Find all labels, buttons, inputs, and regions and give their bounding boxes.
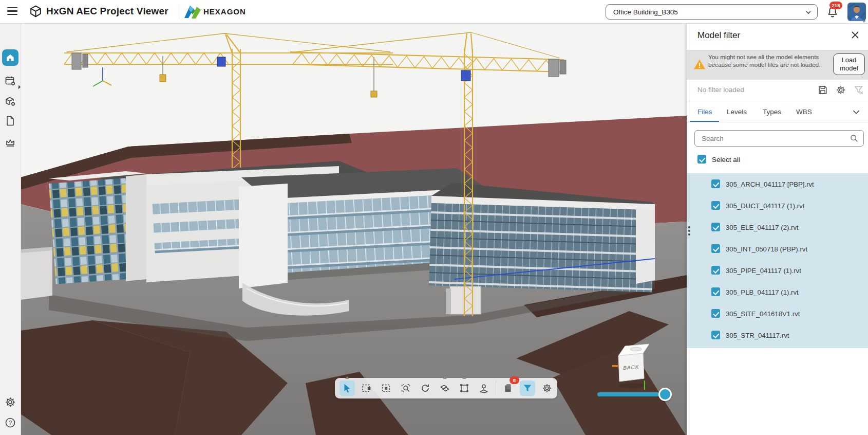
rubber-band-select-button[interactable] [359, 380, 374, 396]
select-all-label: Select all [712, 156, 740, 164]
warning-text: You might not see all the model elements… [708, 53, 825, 69]
flyout-caret-icon [345, 376, 349, 379]
divider [179, 4, 179, 19]
file-checkbox[interactable] [711, 266, 720, 275]
close-icon[interactable] [849, 29, 861, 41]
file-row[interactable]: 305_INT_050718 (PBP).rvt [687, 238, 868, 260]
model-filter-button[interactable] [520, 380, 535, 396]
search-input[interactable] [701, 132, 846, 146]
tabs-expand-chevron-icon[interactable] [851, 106, 862, 118]
zoom-window-button[interactable] [398, 380, 413, 396]
warning-icon [693, 59, 706, 70]
project-selector[interactable]: Office Building_B305 [606, 4, 818, 20]
file-name: 305_PLB_041117 (1).rvt [726, 288, 799, 296]
tab-types[interactable]: Types [763, 108, 781, 116]
search-box [694, 130, 864, 147]
file-checkbox[interactable] [711, 223, 720, 231]
hamburger-menu-icon[interactable] [7, 7, 17, 15]
zoom-slider-track[interactable] [597, 392, 667, 396]
file-row[interactable]: 305_SITE_041618V1.rvt [687, 303, 868, 324]
model-filter-panel: Model filter You might not see all the m… [687, 23, 868, 435]
axis-x-marker [612, 365, 618, 367]
tab-files[interactable]: Files [697, 108, 712, 116]
file-checkbox[interactable] [711, 331, 720, 339]
sidebar-item-help[interactable]: ? [4, 416, 16, 429]
hexagon-brand-name: HEXAGON [203, 7, 246, 16]
file-checkbox[interactable] [711, 179, 720, 188]
user-avatar[interactable] [847, 3, 866, 21]
filter-tabs: Files Levels Types WBS [687, 101, 868, 122]
flyout-caret-icon [462, 376, 466, 379]
flyout-marker-icon [16, 85, 21, 89]
views-button[interactable] [437, 380, 452, 396]
file-checkbox[interactable] [711, 201, 720, 210]
placemark-button[interactable] [476, 380, 492, 396]
select-all-checkbox[interactable] [697, 155, 706, 164]
toolbar-divider [496, 382, 496, 395]
save-filter-icon[interactable] [817, 84, 828, 96]
top-bar: HxGN AEC Project Viewer HEXAGON Office B… [0, 0, 868, 24]
left-sidebar: ? [0, 23, 21, 435]
refresh-view-button[interactable] [418, 380, 433, 396]
search-icon [849, 133, 859, 143]
inside-select-button[interactable] [379, 380, 394, 396]
panel-title: Model filter [697, 30, 740, 41]
file-row[interactable]: 305_ELE_041117 (2).rvt [687, 216, 868, 238]
file-name: 305_ARCH_041117 [PBP].rvt [726, 180, 814, 188]
avatar-caret-icon [862, 21, 866, 23]
tab-wbs[interactable]: WBS [796, 108, 812, 116]
sidebar-item-documents[interactable] [4, 115, 16, 127]
warning-banner: You might not see all the model elements… [687, 50, 868, 80]
load-model-button[interactable]: Load model [833, 53, 865, 75]
file-name: 305_PIPE_041117 (1).rvt [726, 267, 801, 275]
active-tab-underline [690, 121, 719, 122]
hexagon-logo-icon [184, 4, 201, 20]
select-all-row[interactable]: Select all [687, 152, 868, 169]
sidebar-item-home[interactable] [2, 49, 18, 66]
flyout-caret-icon [443, 376, 447, 379]
filter-status-row: No filter loaded [687, 80, 868, 101]
file-name: 305_INT_050718 (PBP).rvt [726, 245, 807, 253]
zoom-slider-knob[interactable] [658, 388, 672, 401]
app-title: HxGN AEC Project Viewer [46, 6, 168, 17]
navigation-cube[interactable]: BACK [612, 339, 656, 391]
scene-3d[interactable] [21, 23, 687, 435]
viewer-toolbar: 8 [335, 378, 557, 398]
sidebar-item-premium[interactable] [4, 136, 16, 149]
file-row[interactable]: 305_PIPE_041117 (1).rvt [687, 260, 868, 281]
clear-filter-icon[interactable] [853, 84, 864, 96]
select-tool-button[interactable] [339, 380, 355, 396]
app-logo-icon [29, 5, 43, 19]
project-selector-value: Office Building_B305 [613, 8, 678, 16]
chevron-down-icon [805, 9, 812, 16]
file-name: 305_DUCT_041117 (1).rvt [726, 202, 804, 210]
sidebar-item-schedule[interactable] [4, 75, 16, 87]
file-checkbox[interactable] [711, 309, 720, 318]
markups-count-badge: 8 [510, 376, 519, 384]
file-row[interactable]: 305_DUCT_041117 (1).rvt [687, 195, 868, 216]
markups-button[interactable]: 8 [500, 380, 516, 396]
file-checkbox[interactable] [711, 287, 720, 296]
file-name: 305_STR_041117.rvt [726, 332, 789, 339]
file-row[interactable]: 305_ARCH_041117 [PBP].rvt [687, 173, 868, 195]
sidebar-item-model-settings[interactable] [4, 95, 16, 107]
filter-settings-icon[interactable] [835, 84, 846, 96]
panel-resize-handle[interactable] [687, 226, 691, 238]
section-box-button[interactable] [457, 380, 472, 396]
nav-cube-face-label: BACK [623, 364, 639, 371]
file-row[interactable]: 305_PLB_041117 (1).rvt [687, 281, 868, 303]
file-checkbox[interactable] [711, 244, 720, 253]
viewer-settings-button[interactable] [539, 380, 555, 396]
file-list: 305_ARCH_041117 [PBP].rvt 305_DUCT_04111… [687, 173, 868, 348]
tab-levels[interactable]: Levels [727, 108, 747, 116]
file-name: 305_SITE_041618V1.rvt [726, 310, 800, 318]
svg-text:?: ? [9, 420, 12, 426]
notification-count-badge: 218 [829, 2, 842, 9]
viewport-3d[interactable]: 8 BACK [21, 23, 687, 435]
file-row[interactable]: 305_STR_041117.rvt [687, 324, 868, 346]
file-name: 305_ELE_041117 (2).rvt [726, 224, 799, 231]
sidebar-item-settings[interactable] [4, 396, 16, 408]
filter-status-text: No filter loaded [697, 86, 744, 94]
